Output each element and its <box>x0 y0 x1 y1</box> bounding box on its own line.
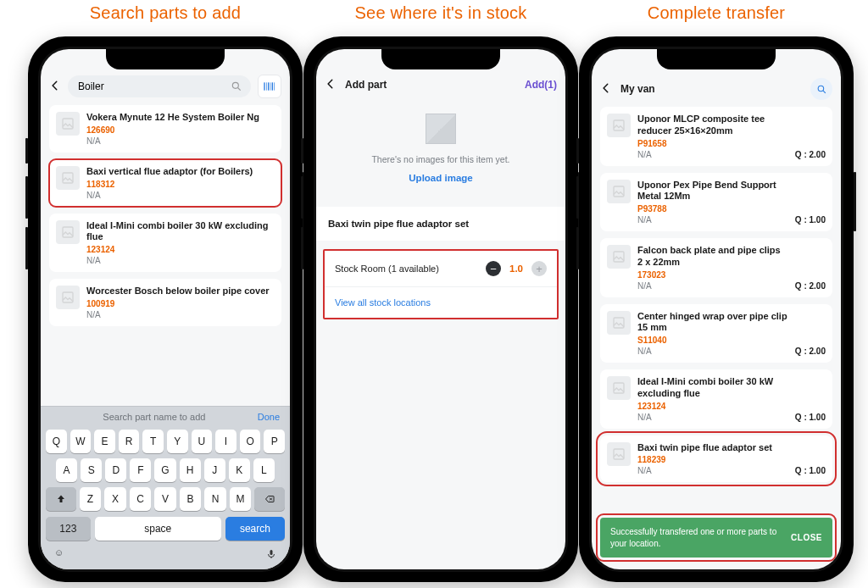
part-row[interactable]: Uponor MLCP composite tee reducer 25×16×… <box>600 107 832 166</box>
key[interactable]: K <box>229 458 250 482</box>
back-button[interactable] <box>600 82 612 96</box>
key[interactable]: J <box>204 458 225 482</box>
ios-keyboard[interactable]: Search part name to add Done Q W E R T Y… <box>41 406 290 569</box>
key[interactable]: R <box>119 430 140 453</box>
svg-rect-4 <box>268 82 269 90</box>
keyboard-hint: Search part name to add <box>51 412 258 422</box>
qty-value: 1.0 <box>508 263 525 274</box>
part-title: Baxi twin pipe flue adaptor set <box>316 207 565 241</box>
key[interactable]: N <box>204 487 226 511</box>
part-row[interactable]: Ideal I-Mini combi boiler 30 kW excludin… <box>600 369 832 429</box>
svg-rect-9 <box>63 173 73 183</box>
search-key[interactable]: search <box>225 517 285 541</box>
key[interactable]: Y <box>167 430 188 453</box>
part-sku: 100919 <box>86 299 275 308</box>
key[interactable]: U <box>192 430 213 453</box>
barcode-scan-button[interactable] <box>258 75 281 98</box>
part-qty: Q : 2.00 <box>795 311 826 357</box>
part-row[interactable]: Uponor Pex Pipe Bend Support Metal 12MmP… <box>600 173 832 232</box>
back-button[interactable] <box>325 78 337 92</box>
key[interactable]: I <box>215 430 236 453</box>
key[interactable]: F <box>130 458 151 482</box>
part-na: N/A <box>637 281 788 291</box>
back-button[interactable] <box>49 80 61 94</box>
key[interactable]: Q <box>46 430 67 453</box>
part-na: N/A <box>86 191 275 200</box>
svg-point-0 <box>232 82 238 88</box>
key[interactable]: P <box>264 430 285 453</box>
numbers-key[interactable]: 123 <box>46 517 91 541</box>
part-row[interactable]: Ideal I-Mini combi boiler 30 kW excludin… <box>49 214 281 273</box>
part-na: N/A <box>637 413 788 422</box>
svg-rect-19 <box>614 383 624 393</box>
key[interactable]: C <box>130 487 152 511</box>
part-na: N/A <box>637 347 788 356</box>
space-key[interactable]: space <box>95 517 221 541</box>
key[interactable]: W <box>70 430 92 453</box>
part-row[interactable]: Falcon back plate and pipe clips 2 x 22m… <box>600 238 832 297</box>
svg-rect-15 <box>614 120 624 130</box>
key[interactable]: M <box>230 487 252 511</box>
part-name: Ideal I-Mini combi boiler 30 kW excludin… <box>637 376 788 400</box>
svg-rect-12 <box>270 550 273 555</box>
part-name: Vokera Mynute 12 He System Boiler Ng <box>86 112 275 124</box>
caption-search: Search parts to add <box>90 3 241 23</box>
part-qty: Q : 1.00 <box>795 442 826 476</box>
part-na: N/A <box>637 466 788 475</box>
backspace-key[interactable] <box>254 487 285 511</box>
key[interactable]: S <box>81 458 102 482</box>
shift-key[interactable] <box>46 487 76 511</box>
part-row[interactable]: Baxi twin pipe flue adaptor set118239N/A… <box>600 435 832 483</box>
qty-plus-button[interactable]: + <box>531 261 547 276</box>
key[interactable]: D <box>105 458 126 482</box>
part-sku: 118312 <box>86 180 275 189</box>
svg-rect-2 <box>264 82 264 90</box>
key[interactable]: E <box>94 430 115 453</box>
key[interactable]: Z <box>80 487 102 511</box>
part-row[interactable]: Vokera Mynute 12 He System Boiler Ng 126… <box>49 105 281 153</box>
emoji-key[interactable]: ☺ <box>54 547 64 563</box>
key[interactable]: X <box>104 487 126 511</box>
upload-image-link[interactable]: Upload image <box>409 173 472 183</box>
key[interactable]: B <box>180 487 202 511</box>
search-field[interactable] <box>68 75 251 97</box>
part-name: Uponor MLCP composite tee reducer 25×16×… <box>637 114 788 137</box>
svg-point-13 <box>818 86 824 92</box>
search-icon <box>231 80 242 92</box>
mic-key[interactable] <box>266 547 276 563</box>
qty-minus-button[interactable]: − <box>486 261 501 276</box>
image-placeholder-icon <box>56 166 80 190</box>
part-sku: 126690 <box>86 125 275 135</box>
key[interactable]: H <box>180 458 201 482</box>
toast-message: Successfully transfered one or more part… <box>610 526 782 549</box>
caption-transfer: Complete transfer <box>648 3 785 23</box>
image-placeholder-icon <box>426 114 456 144</box>
key[interactable]: O <box>240 430 261 453</box>
key[interactable]: A <box>56 458 77 482</box>
part-na: N/A <box>86 136 275 146</box>
part-name: Center hinged wrap over pipe clip 15 mm <box>637 311 788 335</box>
toast-close-button[interactable]: CLOSE <box>791 533 822 542</box>
search-icon <box>816 84 827 95</box>
stock-section: Stock Room (1 available) − 1.0 + View al… <box>323 249 559 319</box>
key[interactable]: T <box>142 430 164 453</box>
search-button[interactable] <box>810 78 832 100</box>
caption-stock: See where it's in stock <box>355 3 527 23</box>
image-placeholder-icon <box>607 180 631 203</box>
key[interactable]: V <box>154 487 176 511</box>
search-input[interactable] <box>76 80 231 93</box>
keyboard-done-button[interactable]: Done <box>258 412 280 422</box>
phone-frame: Vokera Mynute 12 He System Boiler Ng 126… <box>28 36 303 582</box>
page-title: My van <box>620 83 655 95</box>
phone-frame: Add part Add(1) There's no images for th… <box>303 36 578 582</box>
add-button[interactable]: Add(1) <box>525 79 557 91</box>
key[interactable]: L <box>253 458 275 482</box>
part-row[interactable]: Center hinged wrap over pipe clip 15 mmS… <box>600 304 832 363</box>
part-row[interactable]: Baxi vertical flue adaptor (for Boilers)… <box>49 159 281 207</box>
key[interactable]: G <box>154 458 175 482</box>
part-row[interactable]: Worcester Bosch below boiler pipe cover … <box>49 279 281 326</box>
svg-rect-10 <box>63 227 73 237</box>
part-name: Ideal I-Mini combi boiler 30 kW excludin… <box>86 220 275 244</box>
view-all-locations-link[interactable]: View all stock locations <box>325 286 557 318</box>
svg-rect-7 <box>274 82 275 90</box>
